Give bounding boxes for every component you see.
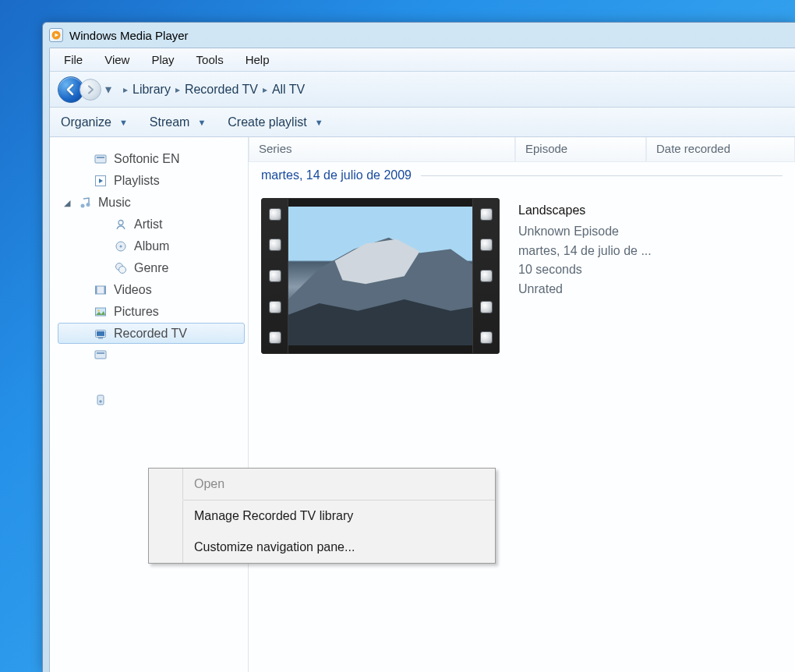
menu-file[interactable]: File	[53, 50, 94, 69]
chevron-down-icon: ▼	[197, 118, 206, 127]
sidebar-item-label: Pictures	[114, 305, 159, 319]
titlebar[interactable]: Windows Media Player	[43, 23, 795, 48]
column-series[interactable]: Series	[249, 137, 515, 162]
device-icon	[94, 393, 108, 407]
sidebar-item-album[interactable]: Album	[58, 235, 245, 257]
context-menu-open: Open	[149, 469, 495, 500]
sidebar-item-music[interactable]: ◢ Music	[58, 192, 245, 214]
wmp-window: Windows Media Player File View Play Tool…	[42, 22, 795, 672]
filmstrip-icon	[472, 199, 499, 353]
svg-rect-20	[98, 338, 103, 339]
playlist-icon	[94, 174, 108, 188]
svg-point-8	[118, 221, 123, 225]
sidebar-item-softonic[interactable]: Softonic EN	[58, 148, 245, 170]
sidebar-item-other-2[interactable]	[58, 389, 245, 411]
context-menu-label: Customize navigation pane...	[183, 540, 355, 554]
item-episode: Unknown Episode	[518, 222, 652, 242]
artist-icon	[114, 218, 128, 232]
crumb-library[interactable]: Library	[132, 83, 171, 97]
main-pane: Series Episode Date recorded martes, 14 …	[248, 137, 795, 672]
library-icon	[94, 348, 108, 362]
toolbar: Organize▼ Stream▼ Create playlist▼	[50, 108, 795, 137]
context-menu-label: Manage Recorded TV library	[183, 509, 353, 523]
app-icon	[49, 28, 63, 42]
music-icon	[78, 196, 92, 210]
sidebar-item-videos[interactable]: Videos	[58, 279, 245, 301]
genre-icon	[114, 261, 128, 275]
svg-rect-15	[104, 286, 106, 294]
nav-buttons: ▾	[58, 76, 115, 103]
sidebar-item-pictures[interactable]: Pictures	[58, 301, 245, 323]
chevron-down-icon: ▼	[119, 118, 128, 127]
svg-rect-14	[96, 286, 97, 294]
video-thumbnail	[261, 198, 500, 354]
column-date-recorded[interactable]: Date recorded	[646, 137, 795, 162]
svg-point-17	[97, 309, 100, 312]
sidebar-item-label: Playlists	[114, 174, 160, 188]
context-menu: Open Manage Recorded TV library Customiz…	[148, 468, 496, 564]
svg-rect-22	[97, 352, 104, 354]
menu-view[interactable]: View	[94, 50, 140, 69]
column-headers: Series Episode Date recorded	[249, 137, 795, 162]
collapse-icon[interactable]: ◢	[62, 198, 72, 208]
sidebar-item-label: Artist	[134, 218, 162, 232]
toolbar-create-playlist-label: Create playlist	[228, 115, 306, 129]
context-menu-label: Open	[183, 477, 224, 491]
context-menu-manage[interactable]: Manage Recorded TV library	[149, 500, 495, 532]
menu-tools[interactable]: Tools	[186, 50, 235, 69]
svg-point-7	[87, 203, 90, 207]
menu-help[interactable]: Help	[235, 50, 281, 69]
sidebar-item-label: Genre	[134, 261, 168, 275]
svg-point-24	[99, 400, 102, 403]
nav-history-dropdown[interactable]: ▾	[101, 82, 115, 97]
toolbar-stream-label: Stream	[150, 115, 190, 129]
crumb-sep-icon: ▸	[123, 84, 128, 95]
svg-rect-2	[95, 155, 106, 163]
navbar: ▾ ▸ Library ▸ Recorded TV ▸ All TV	[50, 72, 795, 108]
group-header[interactable]: martes, 14 de julio de 2009	[261, 168, 783, 182]
sidebar-item-other-1[interactable]	[58, 344, 245, 366]
sidebar-item-label: Videos	[114, 283, 152, 297]
svg-point-10	[120, 246, 122, 248]
crumb-sep-icon: ▸	[263, 84, 267, 95]
library-icon	[94, 152, 108, 166]
item-title: Landscapes	[518, 201, 652, 221]
recordedtv-icon	[94, 327, 108, 341]
item-date: martes, 14 de julio de ...	[518, 242, 652, 261]
toolbar-organize[interactable]: Organize▼	[61, 115, 128, 129]
sidebar-item-artist[interactable]: Artist	[58, 214, 245, 235]
pictures-icon	[94, 305, 108, 319]
sidebar-item-label: Recorded TV	[114, 327, 187, 341]
list-item[interactable]: Landscapes Unknown Episode martes, 14 de…	[261, 198, 795, 354]
desktop-background: Windows Media Player File View Play Tool…	[0, 0, 795, 672]
crumb-recorded-tv[interactable]: Recorded TV	[185, 83, 258, 97]
menubar: File View Play Tools Help	[50, 48, 795, 72]
sidebar-item-label: Softonic EN	[114, 152, 179, 166]
svg-rect-23	[97, 395, 104, 405]
sidebar-item-label: Album	[134, 239, 169, 253]
sidebar-item-genre[interactable]: Genre	[58, 257, 245, 279]
forward-button[interactable]	[80, 79, 101, 101]
item-duration: 10 seconds	[518, 260, 652, 280]
window-client: File View Play Tools Help ▾ ▸	[49, 48, 795, 672]
group-divider	[421, 175, 783, 176]
breadcrumb: ▸ Library ▸ Recorded TV ▸ All TV	[123, 83, 305, 97]
crumb-all-tv[interactable]: All TV	[272, 83, 305, 97]
column-episode[interactable]: Episode	[515, 137, 646, 162]
toolbar-create-playlist[interactable]: Create playlist▼	[228, 115, 323, 129]
content-area: Softonic EN Playlists ◢ Music	[50, 137, 795, 672]
crumb-sep-icon: ▸	[175, 84, 180, 95]
sidebar-item-recorded-tv[interactable]: Recorded TV	[58, 323, 245, 344]
item-metadata: Landscapes Unknown Episode martes, 14 de…	[518, 198, 652, 354]
svg-rect-19	[97, 331, 104, 336]
navigation-pane: Softonic EN Playlists ◢ Music	[50, 137, 248, 672]
menu-play[interactable]: Play	[140, 50, 185, 69]
filmstrip-icon	[262, 199, 288, 353]
toolbar-organize-label: Organize	[61, 115, 111, 129]
window-title: Windows Media Player	[69, 29, 189, 42]
sidebar-item-playlists[interactable]: Playlists	[58, 170, 245, 192]
sidebar-item-label: Music	[98, 196, 131, 210]
toolbar-stream[interactable]: Stream▼	[150, 115, 206, 129]
context-menu-customize[interactable]: Customize navigation pane...	[149, 532, 495, 563]
group-date-label: martes, 14 de julio de 2009	[261, 168, 412, 182]
